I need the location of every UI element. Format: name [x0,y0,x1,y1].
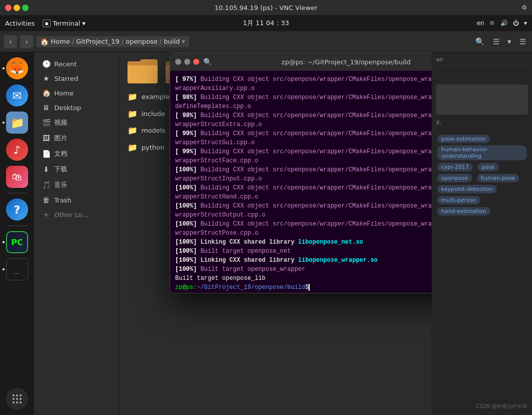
maximize-button[interactable] [22,5,29,11]
dock-help[interactable]: ? [5,197,29,222]
lang-indicator[interactable]: en [477,20,484,27]
breadcrumb-build[interactable]: build [164,38,180,45]
system-bar: Activities ▪ Terminal ▾ 1月 11 04：33 en ⛭… [0,15,532,31]
dock-firefox[interactable]: 🦊 [5,56,29,80]
file-menu-button[interactable]: ☰ [517,35,528,48]
activities-button[interactable]: Activities [5,20,35,27]
terminal-body[interactable]: [ 97%] Building CXX object src/openpose/… [170,71,432,293]
tag-openpose[interactable]: openpose [437,174,472,182]
tag-multi-person[interactable]: multi-person [437,196,480,204]
desktop-icon: 🖥 [42,103,50,112]
right-panel-label: y, [436,119,528,125]
terminal-line: [ 97%] Building CXX object src/openpose/… [175,75,432,93]
terminal-icon: ▪ [43,20,50,27]
right-panel-header: on [436,56,528,65]
file-bar-right: 🔍 ☰ ▾ ☰ [473,35,528,48]
main-layout: 🦊 ✉ 📁 ♪ 🛍 ? PC _ [0,52,532,415]
terminal-line: Built target openpose_lib [175,274,432,283]
sidebar-item-trash[interactable]: 🗑 Trash [36,193,117,207]
terminal-line: [ 98%] Building CXX object src/openpose/… [175,93,432,111]
tags-section: pose-estimation human-behavior-understan… [436,133,528,217]
sidebar-item-music[interactable]: 🎵 音乐 [36,177,117,192]
application-dock: 🦊 ✉ 📁 ♪ 🛍 ? PC _ [0,52,34,415]
svg-point-7 [16,401,18,403]
terminal-line: [100%] Building CXX object src/openpose/… [175,220,432,238]
close-button[interactable] [5,5,12,11]
dock-files[interactable]: 📁 [5,111,29,135]
nav-forward-button[interactable]: › [20,35,33,48]
terminal-line: [ 99%] Building CXX object src/openpose/… [175,129,432,147]
terminal-line: [100%] Built target openpose_net [175,247,432,256]
svg-point-3 [13,398,15,400]
terminal-search-icon[interactable]: 🔍 [203,58,212,66]
volume-icon[interactable]: 🔊 [500,20,508,27]
file-manager-toolbar: ‹ › 🏠 Home / GitProject_19 / openpose / … [0,31,532,52]
sidebar-item-videos[interactable]: 🎬 视频 [36,115,117,130]
view-toggle-button[interactable]: ☰ [491,35,501,48]
minimize-button[interactable] [14,5,20,11]
tag-pose-estimation[interactable]: pose-estimation [437,135,490,143]
folder-item[interactable] [127,58,158,83]
dock-pycharm[interactable]: PC [5,230,29,254]
terminal-line: [100%] Building CXX object src/openpose/… [175,201,432,220]
starred-icon: ★ [42,74,50,82]
tag-hand[interactable]: hand-estimation [437,207,490,216]
system-menu-icon[interactable]: ▾ [524,20,527,27]
tag-pose[interactable]: pose [477,163,498,171]
terminal-close-icon[interactable] [193,59,199,65]
dock-separator [7,193,27,193]
dock-appcenter[interactable]: 🛍 [5,165,29,189]
terminal-line: [100%] Building CXX object src/openpose/… [175,165,432,183]
dock-terminal[interactable]: _ [5,257,29,281]
tag-cvpr[interactable]: cvpr-2017 [437,163,473,171]
recent-icon: 🕐 [42,60,50,68]
window-title: 10.105.94.19 (ps) - VNC Viewer [214,4,317,12]
sidebar-item-recent[interactable]: 🕐 Recent [36,57,117,71]
dock-thunderbird[interactable]: ✉ [5,83,29,108]
dock-app-grid[interactable] [5,387,29,411]
sidebar-item-documents[interactable]: 📄 文档 [36,146,117,161]
active-indicator [3,67,5,69]
active-indicator [3,268,5,270]
sidebar-item-home[interactable]: 🏠 Home [36,86,117,100]
tag-human-behavior[interactable]: human-behavior-understanding [437,145,527,160]
watermark: CSDN @时酒当垆年华 [476,403,527,410]
file-sidebar: 🕐 Recent ★ Starred 🏠 Home 🖥 Desktop 🎬 视频… [34,52,119,415]
terminal-line: [100%] Linking CXX shared library libope… [175,256,432,265]
home-icon: 🏠 [42,89,50,97]
terminal-title: zp@ps: ~/GitProject_19/openpose/build [216,58,432,66]
svg-point-8 [20,401,22,403]
power-icon[interactable]: ⏻ [513,20,519,27]
terminal-dropdown-icon: ▾ [82,20,86,27]
terminal-line: [ 98%] Building CXX object src/openpose/… [175,111,432,129]
network-icon[interactable]: ⛭ [489,20,495,27]
sidebar-item-starred[interactable]: ★ Starred [36,71,117,85]
sidebar-item-pictures[interactable]: 🖼 图片 [36,131,117,146]
svg-point-1 [16,394,18,396]
breadcrumb-home[interactable]: Home [51,38,70,45]
terminal-maximize-icon[interactable] [184,59,190,65]
dock-rhythmbox[interactable]: ♪ [5,138,29,162]
tag-keypoint[interactable]: keypoint-detection [437,185,497,193]
terminal-titlebar: 🔍 zp@ps: ~/GitProject_19/openpose/build … [170,53,432,71]
sidebar-item-other[interactable]: + Other Lo... [36,208,117,222]
videos-icon: 🎬 [42,119,50,127]
right-info-panel: on y, pose-estimation human-behavior-und… [432,52,532,415]
breadcrumb-dropdown-icon[interactable]: ▾ [182,38,185,45]
svg-point-0 [13,394,15,396]
settings-icon[interactable]: ⚙ [521,4,527,11]
view-options-button[interactable]: ▾ [505,35,513,48]
terminal-line: [100%] Linking CXX shared library libope… [175,238,432,247]
nav-back-button[interactable]: ‹ [4,35,17,48]
search-button[interactable]: 🔍 [473,35,487,48]
system-datetime: 1月 11 04：33 [243,19,289,28]
right-panel-preview [436,84,528,115]
sidebar-item-downloads[interactable]: ⬇ 下载 [36,162,117,177]
breadcrumb-openpose[interactable]: openpose [125,38,157,45]
terminal-minimize-icon[interactable] [175,59,181,65]
breadcrumb-gitproject[interactable]: GitProject_19 [76,38,119,45]
tag-human-pose[interactable]: human-pose [477,174,519,182]
folder-icon: 📁 [127,143,138,152]
terminal-menu[interactable]: ▪ Terminal ▾ [43,20,85,27]
sidebar-item-desktop[interactable]: 🖥 Desktop [36,100,117,115]
